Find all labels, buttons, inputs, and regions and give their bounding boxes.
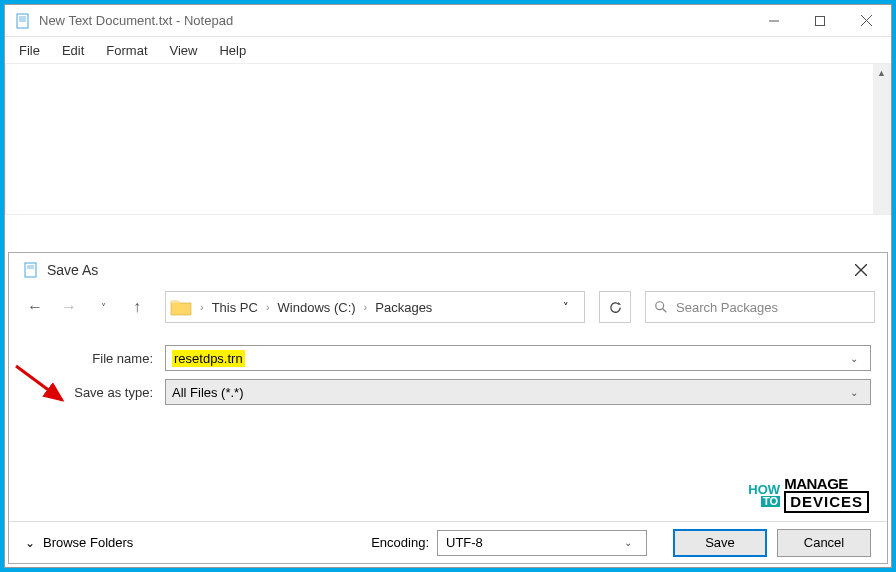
watermark-logo: HOW TO MANAGE DEVICES	[748, 476, 869, 513]
path-segment[interactable]: This PC	[212, 300, 258, 315]
save-as-type-value: All Files (*.*)	[172, 385, 244, 400]
path-separator-icon: ›	[360, 301, 372, 313]
chevron-down-icon[interactable]: ⌄	[844, 387, 864, 398]
svg-point-16	[656, 302, 664, 310]
form-area: File name: resetdps.trn ⌄ Save as type: …	[9, 327, 887, 421]
window-controls	[751, 5, 889, 36]
vertical-scrollbar[interactable]: ▲	[873, 64, 890, 214]
svg-rect-10	[25, 263, 36, 277]
save-as-titlebar: Save As	[9, 253, 887, 287]
notepad-titlebar: New Text Document.txt - Notepad	[5, 5, 891, 37]
path-separator-icon: ›	[196, 301, 208, 313]
nav-back-button[interactable]: ←	[21, 293, 49, 321]
svg-marker-15	[618, 301, 621, 304]
file-name-value: resetdps.trn	[172, 350, 245, 367]
notepad-editor[interactable]: ▲	[5, 63, 891, 215]
notepad-menubar: File Edit Format View Help	[5, 37, 891, 63]
maximize-button[interactable]	[797, 5, 843, 36]
refresh-button[interactable]	[599, 291, 631, 323]
menu-file[interactable]: File	[9, 39, 50, 62]
chevron-down-icon[interactable]: ⌄	[844, 353, 864, 364]
save-as-type-select[interactable]: All Files (*.*) ⌄	[165, 379, 871, 405]
svg-rect-5	[816, 16, 825, 25]
save-as-dialog: Save As ← → ˅ ↑ › This PC › Windows (C:)…	[8, 252, 888, 564]
browse-folders-toggle[interactable]: ⌄ Browse Folders	[25, 535, 133, 550]
chevron-down-icon: ⌄	[618, 537, 638, 548]
nav-forward-button[interactable]: →	[55, 293, 83, 321]
file-name-input[interactable]: resetdps.trn ⌄	[165, 345, 871, 371]
svg-line-9	[16, 366, 62, 400]
encoding-select[interactable]: UTF-8 ⌄	[437, 530, 647, 556]
menu-format[interactable]: Format	[96, 39, 157, 62]
nav-up-button[interactable]: ↑	[123, 293, 151, 321]
search-icon	[654, 300, 668, 314]
search-input[interactable]: Search Packages	[645, 291, 875, 323]
svg-line-17	[663, 309, 667, 313]
path-segment[interactable]: Windows (C:)	[278, 300, 356, 315]
cancel-button[interactable]: Cancel	[777, 529, 871, 557]
path-segment[interactable]: Packages	[375, 300, 432, 315]
nav-row: ← → ˅ ↑ › This PC › Windows (C:) › Packa…	[9, 287, 887, 327]
notepad-title: New Text Document.txt - Notepad	[39, 13, 751, 28]
close-button[interactable]	[843, 5, 889, 36]
chevron-down-icon: ⌄	[25, 536, 35, 550]
annotation-arrow-icon	[12, 362, 72, 407]
minimize-button[interactable]	[751, 5, 797, 36]
menu-view[interactable]: View	[160, 39, 208, 62]
nav-recent-dropdown[interactable]: ˅	[89, 293, 117, 321]
folder-icon	[170, 298, 192, 316]
save-as-title: Save As	[47, 262, 841, 278]
notepad-app-icon	[15, 13, 31, 29]
save-as-app-icon	[23, 262, 39, 278]
path-separator-icon: ›	[262, 301, 274, 313]
save-button[interactable]: Save	[673, 529, 767, 557]
scroll-up-icon[interactable]: ▲	[873, 64, 890, 81]
dialog-close-button[interactable]	[841, 253, 881, 287]
address-history-button[interactable]: ˅	[552, 293, 580, 321]
address-bar[interactable]: › This PC › Windows (C:) › Packages ˅	[165, 291, 585, 323]
dialog-footer: ⌄ Browse Folders Encoding: UTF-8 ⌄ Save …	[9, 521, 887, 563]
search-placeholder: Search Packages	[676, 300, 778, 315]
encoding-label: Encoding:	[371, 535, 429, 550]
menu-help[interactable]: Help	[209, 39, 256, 62]
menu-edit[interactable]: Edit	[52, 39, 94, 62]
